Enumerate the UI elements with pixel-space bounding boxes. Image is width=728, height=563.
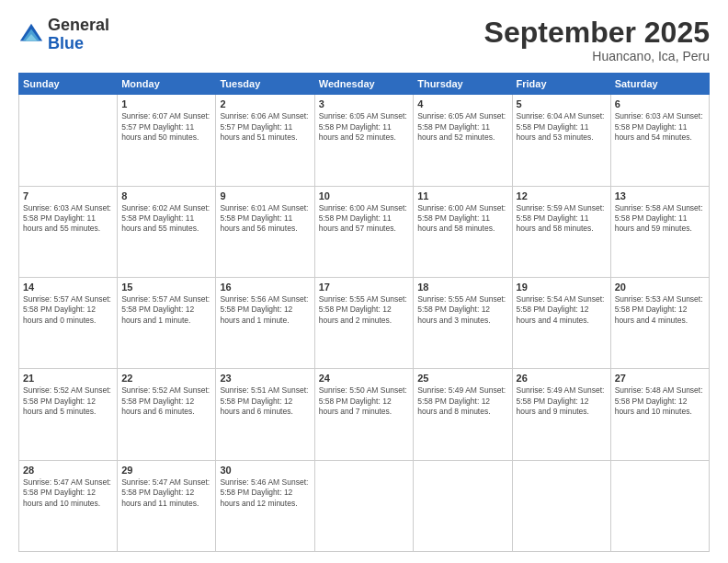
day-info: Sunrise: 5:53 AM Sunset: 5:58 PM Dayligh… bbox=[615, 294, 705, 326]
day-number: 19 bbox=[517, 282, 607, 293]
calendar-cell: 17Sunrise: 5:55 AM Sunset: 5:58 PM Dayli… bbox=[314, 277, 413, 368]
month-year-title: September 2025 bbox=[484, 17, 710, 49]
day-number: 22 bbox=[121, 373, 211, 384]
day-number: 21 bbox=[23, 373, 113, 384]
day-info: Sunrise: 5:47 AM Sunset: 5:58 PM Dayligh… bbox=[121, 477, 211, 509]
day-number: 24 bbox=[319, 373, 409, 384]
day-info: Sunrise: 5:52 AM Sunset: 5:58 PM Dayligh… bbox=[121, 385, 211, 417]
day-info: Sunrise: 5:59 AM Sunset: 5:58 PM Dayligh… bbox=[517, 203, 607, 235]
day-info: Sunrise: 5:52 AM Sunset: 5:58 PM Dayligh… bbox=[23, 385, 113, 417]
day-info: Sunrise: 5:57 AM Sunset: 5:58 PM Dayligh… bbox=[23, 294, 113, 326]
calendar-cell: 28Sunrise: 5:47 AM Sunset: 5:58 PM Dayli… bbox=[19, 460, 118, 551]
day-info: Sunrise: 6:00 AM Sunset: 5:58 PM Dayligh… bbox=[417, 203, 507, 235]
col-saturday: Saturday bbox=[610, 74, 709, 95]
day-number: 27 bbox=[615, 373, 705, 384]
day-info: Sunrise: 6:03 AM Sunset: 5:58 PM Dayligh… bbox=[23, 203, 113, 235]
day-info: Sunrise: 6:06 AM Sunset: 5:57 PM Dayligh… bbox=[220, 111, 310, 143]
day-info: Sunrise: 5:56 AM Sunset: 5:58 PM Dayligh… bbox=[220, 294, 310, 326]
day-number: 5 bbox=[517, 98, 607, 109]
calendar-cell: 8Sunrise: 6:02 AM Sunset: 5:58 PM Daylig… bbox=[118, 186, 216, 277]
day-info: Sunrise: 6:01 AM Sunset: 5:58 PM Dayligh… bbox=[220, 203, 310, 235]
day-info: Sunrise: 5:50 AM Sunset: 5:58 PM Dayligh… bbox=[319, 385, 409, 417]
day-number: 11 bbox=[417, 190, 507, 201]
day-info: Sunrise: 5:54 AM Sunset: 5:58 PM Dayligh… bbox=[517, 294, 607, 326]
title-section: September 2025 Huancano, Ica, Peru bbox=[484, 17, 710, 63]
calendar-cell bbox=[314, 460, 413, 551]
logo: General Blue bbox=[18, 17, 109, 53]
calendar-cell bbox=[414, 460, 512, 551]
day-number: 7 bbox=[23, 190, 113, 201]
calendar-cell: 13Sunrise: 5:58 AM Sunset: 5:58 PM Dayli… bbox=[610, 186, 709, 277]
calendar-cell: 16Sunrise: 5:56 AM Sunset: 5:58 PM Dayli… bbox=[216, 277, 314, 368]
day-number: 2 bbox=[220, 98, 310, 109]
day-info: Sunrise: 6:00 AM Sunset: 5:58 PM Dayligh… bbox=[319, 203, 409, 235]
day-info: Sunrise: 6:07 AM Sunset: 5:57 PM Dayligh… bbox=[121, 111, 211, 143]
col-thursday: Thursday bbox=[414, 74, 512, 95]
day-info: Sunrise: 6:05 AM Sunset: 5:58 PM Dayligh… bbox=[319, 111, 409, 143]
calendar-cell: 10Sunrise: 6:00 AM Sunset: 5:58 PM Dayli… bbox=[314, 186, 413, 277]
day-number: 8 bbox=[121, 190, 211, 201]
calendar-cell: 23Sunrise: 5:51 AM Sunset: 5:58 PM Dayli… bbox=[216, 369, 314, 460]
col-friday: Friday bbox=[512, 74, 610, 95]
day-number: 20 bbox=[615, 282, 705, 293]
day-info: Sunrise: 5:57 AM Sunset: 5:58 PM Dayligh… bbox=[121, 294, 211, 326]
calendar-cell bbox=[610, 460, 709, 551]
calendar-cell: 24Sunrise: 5:50 AM Sunset: 5:58 PM Dayli… bbox=[314, 369, 413, 460]
calendar-cell: 30Sunrise: 5:46 AM Sunset: 5:58 PM Dayli… bbox=[216, 460, 314, 551]
col-wednesday: Wednesday bbox=[314, 74, 413, 95]
day-info: Sunrise: 5:55 AM Sunset: 5:58 PM Dayligh… bbox=[319, 294, 409, 326]
day-number: 28 bbox=[23, 465, 113, 476]
calendar-cell: 7Sunrise: 6:03 AM Sunset: 5:58 PM Daylig… bbox=[19, 186, 118, 277]
day-number: 17 bbox=[319, 282, 409, 293]
day-info: Sunrise: 5:51 AM Sunset: 5:58 PM Dayligh… bbox=[220, 385, 310, 417]
day-number: 10 bbox=[319, 190, 409, 201]
day-info: Sunrise: 6:05 AM Sunset: 5:58 PM Dayligh… bbox=[417, 111, 507, 143]
day-number: 16 bbox=[220, 282, 310, 293]
day-number: 13 bbox=[615, 190, 705, 201]
calendar-cell: 1Sunrise: 6:07 AM Sunset: 5:57 PM Daylig… bbox=[118, 95, 216, 186]
calendar-cell: 11Sunrise: 6:00 AM Sunset: 5:58 PM Dayli… bbox=[414, 186, 512, 277]
calendar-cell: 15Sunrise: 5:57 AM Sunset: 5:58 PM Dayli… bbox=[118, 277, 216, 368]
calendar-table: Sunday Monday Tuesday Wednesday Thursday… bbox=[18, 73, 710, 552]
calendar-cell bbox=[19, 95, 118, 186]
calendar-cell: 5Sunrise: 6:04 AM Sunset: 5:58 PM Daylig… bbox=[512, 95, 610, 186]
calendar-header-row: Sunday Monday Tuesday Wednesday Thursday… bbox=[19, 74, 710, 95]
day-info: Sunrise: 5:48 AM Sunset: 5:58 PM Dayligh… bbox=[615, 385, 705, 417]
day-info: Sunrise: 5:49 AM Sunset: 5:58 PM Dayligh… bbox=[417, 385, 507, 417]
day-info: Sunrise: 6:04 AM Sunset: 5:58 PM Dayligh… bbox=[517, 111, 607, 143]
col-monday: Monday bbox=[118, 74, 216, 95]
day-number: 15 bbox=[121, 282, 211, 293]
day-number: 26 bbox=[517, 373, 607, 384]
calendar-cell: 26Sunrise: 5:49 AM Sunset: 5:58 PM Dayli… bbox=[512, 369, 610, 460]
calendar-cell bbox=[512, 460, 610, 551]
page-header: General Blue September 2025 Huancano, Ic… bbox=[18, 17, 710, 63]
calendar-cell: 14Sunrise: 5:57 AM Sunset: 5:58 PM Dayli… bbox=[19, 277, 118, 368]
logo-blue-text: Blue bbox=[48, 34, 84, 52]
day-info: Sunrise: 5:49 AM Sunset: 5:58 PM Dayligh… bbox=[517, 385, 607, 417]
day-info: Sunrise: 5:47 AM Sunset: 5:58 PM Dayligh… bbox=[23, 477, 113, 509]
day-info: Sunrise: 5:46 AM Sunset: 5:58 PM Dayligh… bbox=[220, 477, 310, 509]
calendar-cell: 6Sunrise: 6:03 AM Sunset: 5:58 PM Daylig… bbox=[610, 95, 709, 186]
calendar-cell: 21Sunrise: 5:52 AM Sunset: 5:58 PM Dayli… bbox=[19, 369, 118, 460]
day-number: 25 bbox=[417, 373, 507, 384]
day-info: Sunrise: 6:02 AM Sunset: 5:58 PM Dayligh… bbox=[121, 203, 211, 235]
day-number: 30 bbox=[220, 465, 310, 476]
calendar-cell: 18Sunrise: 5:55 AM Sunset: 5:58 PM Dayli… bbox=[414, 277, 512, 368]
col-tuesday: Tuesday bbox=[216, 74, 314, 95]
calendar-cell: 4Sunrise: 6:05 AM Sunset: 5:58 PM Daylig… bbox=[414, 95, 512, 186]
logo-icon bbox=[18, 22, 44, 48]
day-number: 23 bbox=[220, 373, 310, 384]
calendar-cell: 9Sunrise: 6:01 AM Sunset: 5:58 PM Daylig… bbox=[216, 186, 314, 277]
calendar-cell: 20Sunrise: 5:53 AM Sunset: 5:58 PM Dayli… bbox=[610, 277, 709, 368]
day-number: 3 bbox=[319, 98, 409, 109]
calendar-cell: 29Sunrise: 5:47 AM Sunset: 5:58 PM Dayli… bbox=[118, 460, 216, 551]
day-number: 4 bbox=[417, 98, 507, 109]
day-number: 9 bbox=[220, 190, 310, 201]
calendar-cell: 12Sunrise: 5:59 AM Sunset: 5:58 PM Dayli… bbox=[512, 186, 610, 277]
day-info: Sunrise: 5:55 AM Sunset: 5:58 PM Dayligh… bbox=[417, 294, 507, 326]
day-info: Sunrise: 6:03 AM Sunset: 5:58 PM Dayligh… bbox=[615, 111, 705, 143]
day-number: 6 bbox=[615, 98, 705, 109]
day-number: 1 bbox=[121, 98, 211, 109]
calendar-cell: 2Sunrise: 6:06 AM Sunset: 5:57 PM Daylig… bbox=[216, 95, 314, 186]
col-sunday: Sunday bbox=[19, 74, 118, 95]
